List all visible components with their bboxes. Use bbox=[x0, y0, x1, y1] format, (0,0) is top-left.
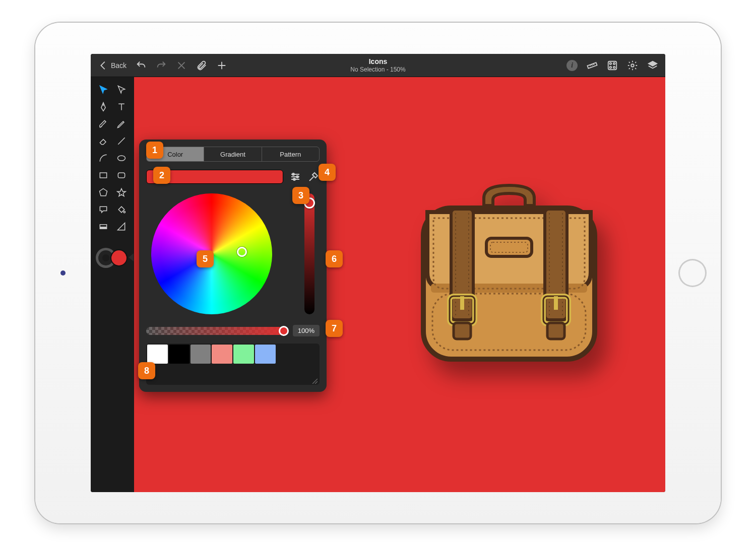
layers-icon[interactable] bbox=[647, 60, 658, 71]
document-title: Icons bbox=[350, 57, 405, 66]
swatch-empty[interactable] bbox=[191, 365, 211, 384]
svg-rect-46 bbox=[547, 323, 564, 339]
brightness-slider[interactable] bbox=[304, 193, 314, 314]
fill-type-segment: Color Gradient Pattern bbox=[146, 147, 320, 162]
svg-point-10 bbox=[613, 62, 615, 64]
tool-polygon[interactable] bbox=[96, 185, 111, 200]
swatch-white[interactable] bbox=[147, 345, 168, 364]
svg-line-53 bbox=[312, 379, 318, 384]
callout-7: 7 bbox=[326, 320, 343, 337]
tool-fill-bucket[interactable] bbox=[114, 202, 129, 217]
swatch-empty[interactable] bbox=[212, 365, 232, 384]
info-icon[interactable]: i bbox=[566, 60, 578, 71]
svg-line-18 bbox=[118, 138, 124, 144]
document-title-block: Icons No Selection - 150% bbox=[350, 57, 405, 73]
svg-point-12 bbox=[613, 66, 615, 68]
seg-gradient[interactable]: Gradient bbox=[204, 147, 262, 161]
tool-select[interactable] bbox=[96, 82, 111, 97]
opacity-knob[interactable] bbox=[279, 326, 289, 336]
svg-point-24 bbox=[123, 211, 125, 213]
close-icon[interactable] bbox=[176, 60, 187, 71]
tool-arc[interactable] bbox=[96, 151, 111, 166]
svg-line-7 bbox=[594, 63, 594, 65]
callout-4: 4 bbox=[319, 164, 336, 181]
swatch-palette bbox=[146, 344, 320, 385]
swatch-black[interactable] bbox=[169, 345, 190, 364]
callout-8: 8 bbox=[138, 362, 155, 379]
color-wheel-cursor[interactable] bbox=[237, 247, 247, 257]
sliders-icon[interactable] bbox=[289, 171, 301, 183]
swatch-empty[interactable] bbox=[169, 365, 190, 384]
tool-direct-select[interactable] bbox=[114, 82, 129, 97]
eyedropper-icon[interactable] bbox=[307, 171, 320, 183]
ruler-icon[interactable] bbox=[587, 60, 598, 71]
swatch-blue[interactable] bbox=[255, 345, 276, 364]
svg-line-5 bbox=[590, 64, 590, 66]
callout-5: 5 bbox=[197, 250, 214, 267]
fill-stroke-selector[interactable] bbox=[97, 246, 128, 266]
svg-rect-39 bbox=[454, 323, 471, 339]
tool-speech[interactable] bbox=[96, 202, 111, 217]
chevron-left-icon bbox=[98, 60, 109, 71]
tool-pencil[interactable] bbox=[114, 116, 129, 131]
briefcase-artwork bbox=[403, 168, 615, 379]
svg-rect-26 bbox=[100, 227, 106, 229]
tool-line[interactable] bbox=[114, 133, 129, 149]
svg-line-6 bbox=[592, 64, 592, 65]
popover-arrow bbox=[129, 253, 134, 261]
palette-resize-handle[interactable] bbox=[311, 377, 318, 383]
svg-point-13 bbox=[631, 64, 634, 67]
tool-star[interactable] bbox=[114, 185, 129, 200]
svg-point-11 bbox=[610, 66, 612, 68]
callout-3: 3 bbox=[292, 187, 309, 204]
tool-gradient[interactable] bbox=[114, 219, 129, 234]
tool-pen[interactable] bbox=[96, 99, 111, 114]
tool-eraser[interactable] bbox=[96, 133, 111, 149]
tool-round-rect[interactable] bbox=[114, 168, 129, 183]
back-button[interactable]: Back bbox=[98, 60, 127, 71]
svg-rect-20 bbox=[100, 173, 106, 178]
fill-swatch[interactable] bbox=[111, 250, 127, 265]
svg-marker-27 bbox=[118, 223, 125, 230]
swatch-green[interactable] bbox=[233, 345, 254, 364]
tool-ellipse[interactable] bbox=[114, 151, 129, 166]
swatch-gray[interactable] bbox=[191, 345, 211, 364]
callout-2: 2 bbox=[153, 167, 170, 184]
svg-rect-31 bbox=[486, 238, 532, 256]
home-button[interactable] bbox=[678, 259, 707, 287]
svg-marker-14 bbox=[649, 61, 657, 65]
svg-point-9 bbox=[610, 62, 612, 64]
redo-icon[interactable] bbox=[156, 60, 167, 71]
tool-brush[interactable] bbox=[96, 116, 111, 131]
attach-icon[interactable] bbox=[196, 60, 207, 71]
swatch-red[interactable] bbox=[212, 345, 232, 364]
tool-text[interactable] bbox=[114, 99, 129, 114]
callout-6: 6 bbox=[326, 250, 343, 267]
svg-line-54 bbox=[315, 381, 318, 384]
topbar: Back Icons No S bbox=[91, 54, 665, 77]
svg-marker-23 bbox=[117, 189, 126, 196]
swatch-empty[interactable] bbox=[255, 365, 276, 384]
camera bbox=[60, 270, 66, 276]
tool-sidebar bbox=[91, 77, 134, 492]
svg-marker-22 bbox=[100, 189, 107, 196]
seg-pattern[interactable]: Pattern bbox=[262, 147, 319, 161]
callout-1: 1 bbox=[146, 142, 163, 159]
add-icon[interactable] bbox=[216, 60, 227, 71]
svg-rect-8 bbox=[608, 61, 617, 70]
swatch-empty[interactable] bbox=[298, 345, 319, 364]
swatch-empty[interactable] bbox=[233, 365, 254, 384]
undo-icon[interactable] bbox=[136, 60, 147, 71]
app-screen: Back Icons No S bbox=[91, 54, 665, 492]
tool-swatch[interactable] bbox=[96, 219, 111, 234]
svg-point-19 bbox=[118, 156, 125, 161]
swatch-empty[interactable] bbox=[277, 365, 297, 384]
svg-rect-21 bbox=[118, 173, 124, 178]
opacity-slider[interactable] bbox=[146, 327, 288, 335]
gear-icon[interactable] bbox=[627, 60, 638, 71]
back-label: Back bbox=[111, 61, 127, 70]
tool-rect[interactable] bbox=[96, 168, 111, 183]
opacity-value[interactable]: 100% bbox=[293, 325, 320, 336]
grid-icon[interactable] bbox=[607, 60, 618, 71]
swatch-empty[interactable] bbox=[277, 345, 297, 364]
